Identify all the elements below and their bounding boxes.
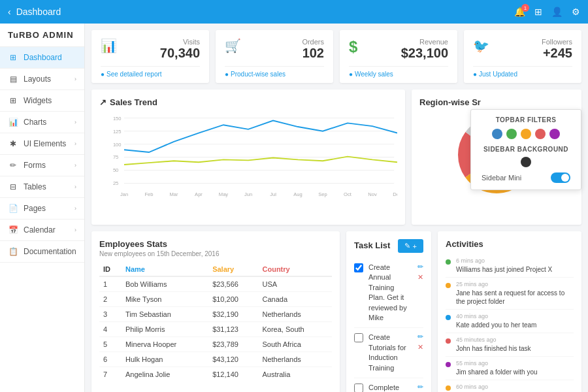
activity-time: 40 mins ago xyxy=(456,313,574,319)
sidebar-item-calendar[interactable]: 📅 Calendar › xyxy=(0,220,84,241)
sidebar-bg-dot-dark[interactable] xyxy=(521,157,531,167)
stat-sub-text-visits: See detailed report xyxy=(106,71,162,78)
task-actions: ✏ ✕ xyxy=(417,263,423,282)
activity-time: 25 mins ago xyxy=(456,281,574,287)
task-delete-1[interactable]: ✕ xyxy=(417,273,423,282)
add-task-button[interactable]: ✎ + xyxy=(398,239,423,253)
employees-card: Employees Stats New employees on 15th De… xyxy=(91,231,340,392)
color-dot-blue[interactable] xyxy=(492,129,502,139)
sidebar-item-pages[interactable]: 📄 Pages › xyxy=(0,198,84,220)
stat-top: 📊 Visits 70,340 xyxy=(101,38,200,61)
app-logo: TuRBO ADMIN xyxy=(0,24,84,47)
activity-time: 45 minutes ago xyxy=(456,336,574,343)
tasks-card: Task List ✎ + Create Annual Training Pla… xyxy=(346,231,431,392)
sidebar-item-left: ⊟ Tables xyxy=(8,182,46,191)
svg-text:Feb: Feb xyxy=(144,191,153,197)
svg-text:100: 100 xyxy=(113,142,122,148)
sidebar-item-layouts[interactable]: ▤ Layouts › xyxy=(0,69,84,90)
sidebar-item-left: ⊞ Dashboard xyxy=(8,53,62,62)
stat-bottom-revenue[interactable]: ● Weekly sales xyxy=(349,66,448,78)
sidebar-arrow-ui-elements: › xyxy=(74,140,76,147)
activity-item: 45 minutes ago John has finished his tas… xyxy=(446,333,574,357)
sidebar-item-dashboard[interactable]: ⊞ Dashboard xyxy=(0,47,84,69)
task-item: Create Tutorials for Induction Training … xyxy=(354,328,423,378)
task-text-1: Create Annual Training Plan. Get it revi… xyxy=(368,263,412,323)
back-button[interactable]: ‹ xyxy=(8,7,11,17)
sidebar-mini-toggle[interactable] xyxy=(551,172,570,183)
sidebar-item-forms[interactable]: ✏ Forms › xyxy=(0,155,84,176)
table-row: 7 Angelina Jolie $12,140 Australia xyxy=(99,367,332,382)
color-dot-purple[interactable] xyxy=(549,129,560,139)
sidebar-mini-row: Sidebar Mini xyxy=(479,172,573,183)
sidebar-item-ui-elements[interactable]: ✱ UI Elements › xyxy=(0,133,84,155)
task-checkbox-1[interactable] xyxy=(354,263,363,272)
grid-icon[interactable]: ⊞ xyxy=(534,7,542,17)
stat-value-orders: 102 xyxy=(302,46,324,61)
stat-bottom-visits[interactable]: ● See detailed report xyxy=(101,66,200,78)
task-edit-2[interactable]: ✏ xyxy=(417,333,423,341)
tasks-title: Task List xyxy=(354,240,390,250)
bell-icon[interactable]: 🔔 1 xyxy=(514,7,525,17)
settings-icon[interactable]: ⚙ xyxy=(572,7,580,17)
stat-card-followers: 🐦 Followers +245 ● Just Updated xyxy=(464,30,581,83)
activity-content: 40 mins ago Kate added you to her team xyxy=(456,313,574,329)
activity-item: 55 mins ago Jim shared a folder with you xyxy=(446,357,574,380)
sidebar-arrow-pages: › xyxy=(74,205,76,212)
task-edit-3[interactable]: ✏ xyxy=(417,383,423,391)
task-item: Complete wireframe for HR Portal by end … xyxy=(354,378,423,392)
stat-icon-followers: 🐦 xyxy=(473,38,489,54)
sidebar-item-tables[interactable]: ⊟ Tables › xyxy=(0,176,84,198)
stat-label-revenue: Revenue xyxy=(401,38,448,46)
col-name: Name xyxy=(122,263,208,276)
middle-section: ↗ Sales Trend 150 125 100 75 50 25 xyxy=(91,90,581,225)
table-row: 3 Tim Sebastian $32,190 Netherlands xyxy=(99,307,332,322)
task-edit-1[interactable]: ✏ xyxy=(417,263,423,271)
svg-text:Jul: Jul xyxy=(270,191,276,197)
color-dot-green[interactable] xyxy=(506,129,517,139)
activity-item: 6 mins ago Williams has just joined Proj… xyxy=(446,254,574,278)
cell-name: Mike Tyson xyxy=(122,292,208,307)
sidebar-arrow-layouts: › xyxy=(74,76,76,82)
task-delete-2[interactable]: ✕ xyxy=(417,343,423,351)
sidebar-item-left: ✏ Forms xyxy=(8,161,46,170)
activity-dot xyxy=(446,315,451,320)
stat-sub-icon-revenue: ● xyxy=(349,71,353,78)
svg-text:Apr: Apr xyxy=(195,191,203,197)
color-dot-orange[interactable] xyxy=(521,129,531,139)
cell-salary: $10,200 xyxy=(208,292,258,307)
sidebar-label-widgets: Widgets xyxy=(24,96,52,105)
cell-name: Bob Williams xyxy=(122,276,208,292)
sidebar-item-documentation[interactable]: 📋 Documentation xyxy=(0,241,84,263)
stat-label-visits: Visits xyxy=(160,38,200,46)
sidebar-mini-label: Sidebar Mini xyxy=(482,174,521,182)
activities-title: Activities xyxy=(446,239,574,249)
color-dot-red[interactable] xyxy=(535,129,546,139)
task-checkbox-3[interactable] xyxy=(354,384,363,392)
stat-bottom-followers[interactable]: ● Just Updated xyxy=(473,66,572,78)
user-icon[interactable]: 👤 xyxy=(551,7,563,17)
stat-top: 🛒 Orders 102 xyxy=(225,38,324,61)
svg-text:Aug: Aug xyxy=(293,191,302,197)
sidebar-label-dashboard: Dashboard xyxy=(24,53,62,62)
stat-value-revenue: $23,100 xyxy=(401,46,448,61)
cell-name: Minerva Hooper xyxy=(122,337,208,352)
cell-id: 2 xyxy=(99,292,122,307)
activity-text: Jane has sent a request for access to th… xyxy=(456,289,574,306)
activity-content: 25 mins ago Jane has sent a request for … xyxy=(456,281,574,306)
cell-salary: $32,190 xyxy=(208,307,258,322)
stat-sub-icon-visits: ● xyxy=(101,71,105,78)
sales-chart-svg: 150 125 100 75 50 25 xyxy=(99,112,397,217)
sidebar-label-documentation: Documentation xyxy=(24,247,76,256)
region-chart-card: Region-wise Sr TOPBAR FILTERS xyxy=(412,90,581,225)
svg-text:Jan: Jan xyxy=(120,191,128,197)
stat-bottom-orders[interactable]: ● Product-wise sales xyxy=(225,66,324,78)
sidebar-item-left: 📊 Charts xyxy=(8,118,46,127)
activity-item: 40 mins ago Kate added you to her team xyxy=(446,310,574,333)
sidebar-item-charts[interactable]: 📊 Charts › xyxy=(0,112,84,133)
cell-country: USA xyxy=(259,276,333,292)
sidebar-item-widgets[interactable]: ⊞ Widgets xyxy=(0,90,84,112)
svg-text:Jun: Jun xyxy=(244,191,252,197)
sidebar: TuRBO ADMIN ⊞ Dashboard ▤ Layouts › ⊞ Wi… xyxy=(0,24,85,392)
col-country: Country xyxy=(259,263,333,276)
task-checkbox-2[interactable] xyxy=(354,333,363,342)
